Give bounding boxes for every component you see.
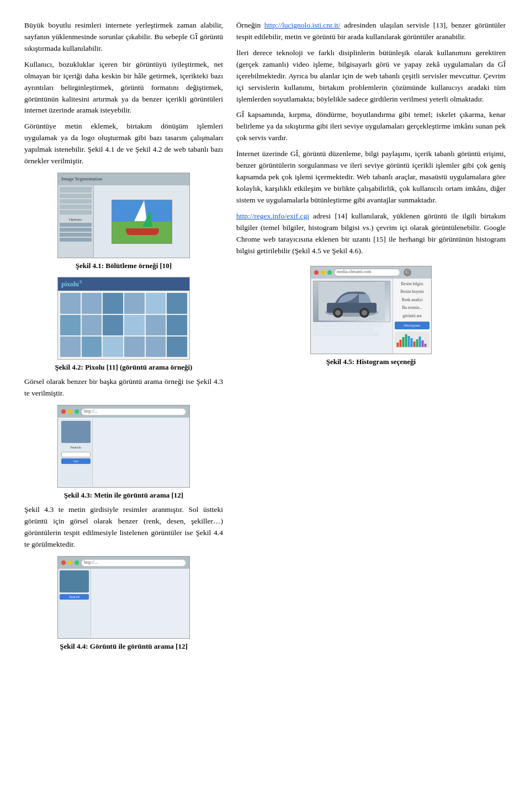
car-image [313, 281, 390, 322]
grid-cell [103, 336, 123, 357]
left-column: Büyük boyutlu resimleri internete yerleş… [24, 20, 223, 655]
fig5-caption: Şekil 4.5: Histogram seçeneği [236, 356, 506, 367]
grid-cell [124, 293, 145, 313]
url-bar-5: media.chtsanti.com [334, 269, 400, 276]
grid-cell [82, 293, 102, 313]
grid-cell [82, 315, 102, 335]
grid-cell [124, 336, 145, 357]
fig2-image: pixolu® [57, 277, 190, 360]
svg-rect-11 [408, 336, 410, 347]
grid-cell [146, 336, 166, 357]
minimize-dot-5 [321, 270, 325, 275]
svg-rect-13 [414, 341, 416, 347]
figure-5: media.chtsanti.com C [236, 266, 506, 367]
figure-2: pixolu® [24, 277, 223, 373]
chrome-extension-icon: C [404, 269, 411, 276]
lucignolo-link[interactable]: http://lucignolo.isti.cnr.it/ [264, 21, 341, 29]
close-dot [61, 560, 66, 565]
fig3-sidebar: Search: Go [60, 419, 93, 485]
grid-cell [60, 315, 81, 335]
fig5-sidebar: Resim bilgisi Resim boyutu Renk analizi … [393, 279, 431, 354]
address-bar-4: http://... [81, 559, 186, 567]
mini-histogram [395, 332, 430, 348]
boat-sail-2 [142, 210, 152, 227]
grid-cell [146, 315, 166, 335]
grid-cell [60, 336, 81, 357]
boat-hull [126, 228, 159, 235]
left-p2: Kullanıcı, bozukluklar içeren bir görünt… [24, 59, 223, 117]
maximize-dot-5 [327, 270, 332, 275]
grid-cell [103, 293, 123, 313]
grid-cell [146, 293, 166, 313]
fig1-caption: Şekil 4.1: Bölütleme örneği [10] [24, 260, 223, 271]
car-svg [314, 282, 390, 320]
fig1-sidebar: Options: [58, 185, 94, 258]
figure-3: http://... Search: Go [24, 405, 223, 501]
left-p3: Görüntüye metin eklemek, birtakım dönüşü… [24, 121, 223, 167]
pixolu-grid [58, 291, 189, 359]
grid-cell [167, 315, 187, 335]
histogram-button[interactable]: Histogram [395, 322, 430, 330]
fig3-titlebar: http://... [58, 405, 189, 418]
maximize-dot [75, 560, 79, 565]
svg-point-4 [335, 310, 341, 316]
grid-cell [124, 315, 145, 335]
grid-cell [167, 336, 187, 357]
histogram-preview [395, 332, 430, 348]
left-p4: Görsel olarak benzer bir başka görüntü a… [24, 376, 223, 399]
fig4-titlebar: http://... [58, 557, 189, 569]
regex-link[interactable]: http://regex.info/exif.cgi [236, 212, 309, 220]
svg-rect-8 [400, 340, 402, 347]
grid-cell [167, 293, 187, 313]
figure-4: http://... Search [24, 556, 223, 652]
grid-cell [103, 315, 123, 335]
fig2-titlebar: pixolu® [58, 277, 189, 291]
fig1-titlebar: Image Segmentation [58, 173, 189, 185]
svg-rect-14 [416, 339, 418, 347]
fig5-body: Resim bilgisi Resim boyutu Renk analizi … [311, 279, 431, 354]
pixolu-logo: pixolu® [61, 279, 82, 290]
right-p5: http://regex.info/exif.cgi adresi [14] k… [236, 211, 506, 257]
minimize-dot [68, 560, 72, 565]
right-column: Örneğin http://lucignolo.isti.cnr.it/ ad… [236, 20, 506, 655]
fig1-content: Options: [58, 185, 189, 258]
svg-rect-10 [405, 334, 407, 347]
svg-rect-17 [425, 344, 427, 347]
fig5-main [311, 279, 393, 354]
grid-cell [60, 293, 81, 313]
fig4-content: Search [58, 569, 189, 638]
svg-rect-9 [402, 337, 405, 347]
right-p2: İleri derece teknoloji ve farklı disipli… [236, 47, 506, 105]
left-p5: Şekil 4.3 te metin girdisiyle resimler a… [24, 504, 223, 551]
car-info [313, 323, 390, 336]
minimize-dot [68, 409, 72, 414]
fig2-caption: Şekil 4.2: Pixolu [11] (görüntü arama ör… [24, 362, 223, 373]
right-p3: GÎ kapsamında, kırpma, döndürme, boyutla… [236, 109, 506, 144]
svg-rect-15 [419, 336, 421, 347]
fig4-sidebar: Search [58, 569, 91, 638]
grid-cell [82, 336, 102, 357]
query-img [60, 570, 89, 592]
results-grid [96, 421, 186, 424]
fig4-results [91, 569, 189, 638]
main-thumbnail [61, 421, 91, 443]
left-p1: Büyük boyutlu resimleri internete yerleş… [24, 20, 223, 55]
svg-rect-7 [397, 343, 399, 347]
fig1-main [94, 185, 189, 258]
fig3-content: Search: Go [58, 418, 189, 487]
svg-rect-16 [422, 340, 424, 347]
fig3-image: http://... Search: Go [57, 405, 190, 488]
address-bar: http://... [81, 408, 186, 415]
fig3-caption: Şekil 4.3: Metin ile görüntü arama [12] [24, 490, 223, 501]
fig1-image: Image Segmentation Options: [57, 173, 190, 258]
fig4-image: http://... Search [57, 556, 190, 639]
fig5-titlebar: media.chtsanti.com C [311, 266, 431, 279]
fig5-image: media.chtsanti.com C [310, 266, 432, 354]
boat-image [112, 200, 172, 244]
fig3-results [94, 419, 188, 485]
results-grid-4 [93, 570, 188, 574]
close-dot [61, 409, 66, 414]
maximize-dot [75, 409, 79, 414]
right-p4: İnternet üzerinde GÎ, görüntü düzenleme,… [236, 148, 506, 206]
right-p1: Örneğin http://lucignolo.isti.cnr.it/ ad… [236, 20, 506, 43]
